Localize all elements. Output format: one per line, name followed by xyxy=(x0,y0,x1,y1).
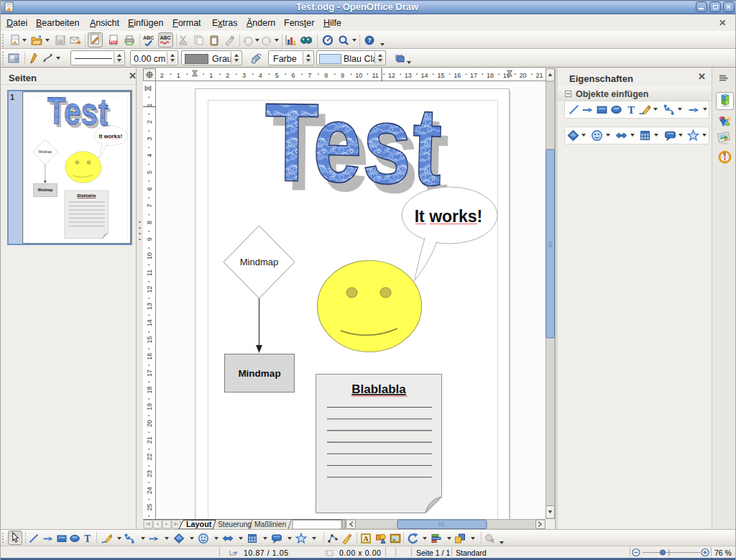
svg-text:22: 22 xyxy=(146,454,153,461)
svg-text:15: 15 xyxy=(437,72,444,79)
svg-text:ABC: ABC xyxy=(143,35,154,40)
svg-text:14: 14 xyxy=(146,319,153,326)
svg-text:3: 3 xyxy=(146,137,153,140)
svg-text:Test: Test xyxy=(47,92,109,134)
svg-text:Blablabla: Blablabla xyxy=(77,193,96,198)
svg-text:13: 13 xyxy=(405,72,412,79)
svg-text:Steuerung: Steuerung xyxy=(218,520,252,528)
svg-text:18: 18 xyxy=(487,72,494,79)
svg-text:Blablabla: Blablabla xyxy=(351,382,406,396)
svg-text:20: 20 xyxy=(520,72,527,79)
svg-text:9: 9 xyxy=(146,237,153,241)
svg-text:13: 13 xyxy=(146,303,153,310)
svg-text:17: 17 xyxy=(470,72,477,79)
svg-text:T: T xyxy=(627,104,635,116)
svg-text:Mindmap: Mindmap xyxy=(39,150,52,154)
svg-text:16: 16 xyxy=(146,353,153,360)
svg-text:5: 5 xyxy=(275,72,279,79)
svg-text:12: 12 xyxy=(388,72,395,79)
svg-text:4: 4 xyxy=(259,72,262,79)
svg-text:18: 18 xyxy=(146,386,153,393)
svg-text:23: 23 xyxy=(146,470,153,477)
svg-text:10: 10 xyxy=(355,72,362,79)
svg-text:Maßlinien: Maßlinien xyxy=(254,520,286,528)
svg-text:7: 7 xyxy=(146,204,153,208)
svg-text:15: 15 xyxy=(146,336,153,343)
svg-text:?: ? xyxy=(367,37,372,44)
svg-text:11: 11 xyxy=(372,72,378,79)
svg-text:Mindmap: Mindmap xyxy=(240,257,278,267)
svg-text:9: 9 xyxy=(341,72,344,79)
svg-text:11: 11 xyxy=(146,270,153,276)
svg-text:7: 7 xyxy=(308,72,311,79)
svg-text:8: 8 xyxy=(146,221,153,224)
svg-text:25: 25 xyxy=(146,503,153,510)
svg-text:Layout: Layout xyxy=(186,520,212,528)
svg-text:14: 14 xyxy=(421,72,428,79)
svg-text:4: 4 xyxy=(146,154,153,157)
svg-text:20: 20 xyxy=(146,420,153,427)
svg-text:19: 19 xyxy=(146,403,153,410)
svg-text:It works!: It works! xyxy=(98,133,122,139)
svg-text:10: 10 xyxy=(146,252,153,260)
svg-text:PDF: PDF xyxy=(110,40,116,44)
svg-text:2: 2 xyxy=(226,72,229,79)
svg-text:T: T xyxy=(84,533,91,544)
svg-text:8: 8 xyxy=(324,72,328,79)
svg-text:3: 3 xyxy=(242,72,246,79)
svg-text:2: 2 xyxy=(160,72,164,79)
svg-text:It works!: It works! xyxy=(415,207,483,226)
svg-text:Mindmap: Mindmap xyxy=(38,188,53,192)
svg-text:A: A xyxy=(364,535,369,543)
svg-text:2: 2 xyxy=(146,120,153,124)
svg-text:24: 24 xyxy=(146,487,153,494)
svg-text:6: 6 xyxy=(291,72,295,79)
svg-text:21: 21 xyxy=(146,436,153,444)
svg-text:1: 1 xyxy=(209,72,213,79)
svg-text:12: 12 xyxy=(146,286,153,293)
svg-text:16: 16 xyxy=(454,72,461,79)
svg-text:1: 1 xyxy=(177,72,180,79)
svg-text:6: 6 xyxy=(146,187,153,191)
svg-text:21: 21 xyxy=(535,72,543,79)
svg-text:ABC: ABC xyxy=(160,35,171,40)
svg-text:Test: Test xyxy=(264,81,444,209)
svg-text:Mindmap: Mindmap xyxy=(238,368,280,379)
svg-text:17: 17 xyxy=(146,369,153,377)
svg-text:5: 5 xyxy=(146,170,153,174)
